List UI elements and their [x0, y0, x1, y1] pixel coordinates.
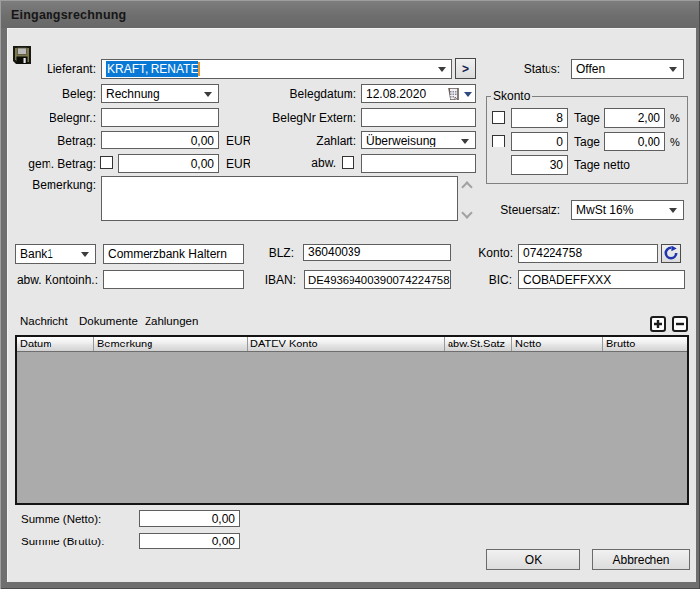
dialog-eingangsrechnung: Eingangsrechnung Lieferant: KRAFT, RENAT… [0, 0, 700, 589]
summe-brutto-label: Summe (Brutto): [21, 533, 130, 549]
gem-betrag-checkbox[interactable] [100, 156, 113, 169]
konto-label: Konto: [465, 244, 513, 263]
column-header-netto[interactable]: Netto [512, 337, 603, 351]
abw-kontoinh-input[interactable] [103, 270, 244, 289]
abw-input[interactable] [361, 154, 476, 173]
remove-row-button[interactable] [672, 316, 688, 332]
summe-netto-input[interactable]: 0,00 [139, 510, 240, 527]
gem-betrag-currency-label: EUR [226, 154, 257, 173]
status-label: Status: [471, 59, 560, 79]
blz-label: BLZ: [248, 244, 294, 263]
zahlart-label: Zahlart: [267, 131, 356, 149]
column-header-brutto[interactable]: Brutto [603, 337, 687, 351]
betrag-label: Betrag: [7, 131, 96, 149]
lieferant-combobox[interactable]: KRAFT, RENATE [101, 59, 452, 79]
bic-input[interactable]: COBADEFFXXX [518, 270, 685, 289]
tab-nachricht[interactable]: Nachricht [20, 315, 68, 327]
bic-label: BIC: [465, 270, 512, 289]
summe-brutto-input[interactable]: 0,00 [139, 533, 240, 549]
konto-input[interactable]: 074224758 [518, 244, 658, 263]
text-caret [198, 62, 200, 76]
belegnr-extern-label: BelegNr Extern: [257, 108, 356, 127]
skonto-group-title: Skonto [491, 89, 532, 103]
belegnr-extern-input[interactable] [361, 108, 476, 127]
beleg-selected-text: Rechnung [106, 87, 160, 101]
iban-label: IBAN: [248, 270, 296, 289]
column-header-bemerkung[interactable]: Bemerkung [94, 337, 248, 351]
lieferant-selected-text: KRAFT, RENATE [106, 61, 198, 77]
table-header-row: Datum Bemerkung DATEV Konto abw.St.Satz … [17, 337, 687, 352]
lieferant-label: Lieferant: [7, 59, 96, 79]
skonto1-checkbox[interactable] [492, 111, 505, 124]
scroll-up-icon[interactable] [463, 181, 472, 190]
bemerkung-label: Bemerkung: [7, 178, 96, 192]
date-dropdown-icon[interactable] [464, 92, 472, 97]
status-combobox[interactable]: Offen [571, 59, 684, 79]
skonto2-prozent-input[interactable]: 0,00 [604, 132, 665, 151]
betrag-currency-label: EUR [226, 131, 257, 149]
window-title: Eingangsrechnung [11, 8, 126, 22]
tab-zahlungen[interactable]: Zahlungen [145, 315, 198, 327]
belegdatum-value: 12.08.2020 [366, 87, 426, 101]
skonto1-prozent-input[interactable]: 2,00 [604, 108, 665, 128]
abw-kontoinh-label: abw. Kontoinh.: [7, 270, 98, 289]
zahlart-selected-text: Überweisung [366, 134, 436, 147]
add-row-button[interactable] [650, 316, 666, 332]
betrag-input[interactable]: 0,00 [101, 131, 219, 149]
bank-selected-text: Bank1 [20, 247, 53, 261]
column-header-abw-st-satz[interactable]: abw.St.Satz [445, 337, 512, 351]
refresh-icon [664, 246, 678, 260]
cancel-button[interactable]: Abbrechen [592, 549, 690, 570]
iban-input[interactable]: DE49369400390074224758 [304, 270, 451, 289]
beleg-combobox[interactable]: Rechnung [101, 84, 219, 103]
tab-dokumente[interactable]: Dokumente [79, 315, 138, 327]
skonto2-prozent-label: % [670, 132, 685, 151]
gem-betrag-label: gem. Betrag: [7, 154, 96, 173]
belegdatum-datepicker[interactable]: 12.08.2020 [361, 84, 476, 103]
skonto-netto-tage-label: Tage netto [574, 155, 653, 175]
chevron-down-icon [669, 67, 677, 72]
calendar-icon[interactable] [448, 88, 459, 100]
bank-name-input[interactable]: Commerzbank Haltern [103, 244, 244, 264]
chevron-down-icon [461, 139, 469, 144]
chevron-down-icon [81, 252, 89, 257]
belegnr-label: Belegnr.: [7, 108, 96, 127]
column-header-datev-konto[interactable]: DATEV Konto [248, 337, 445, 351]
bank-combobox[interactable]: Bank1 [15, 244, 96, 264]
skonto1-prozent-label: % [670, 108, 685, 128]
positions-table: Datum Bemerkung DATEV Konto abw.St.Satz … [15, 335, 689, 505]
status-selected-text: Offen [576, 62, 605, 76]
belegdatum-label: Belegdatum: [267, 84, 356, 103]
minus-icon [675, 319, 685, 329]
abw-label: abw. [277, 153, 336, 172]
bemerkung-textarea[interactable] [101, 176, 458, 221]
column-header-datum[interactable]: Datum [17, 337, 94, 351]
skonto2-checkbox[interactable] [492, 135, 505, 147]
konto-refresh-button[interactable] [661, 244, 681, 263]
title-bar[interactable]: Eingangsrechnung [1, 1, 699, 28]
plus-icon [653, 319, 663, 329]
chevron-down-icon [204, 92, 212, 97]
zahlart-combobox[interactable]: Überweisung [361, 131, 476, 149]
belegnr-input[interactable] [101, 108, 219, 127]
skonto1-tage-input[interactable]: 8 [511, 108, 568, 128]
skonto2-tage-input[interactable]: 0 [511, 132, 568, 151]
table-body[interactable] [17, 352, 687, 504]
chevron-down-icon [438, 67, 446, 72]
gem-betrag-input[interactable]: 0,00 [118, 154, 219, 173]
abw-checkbox[interactable] [342, 156, 354, 169]
skonto-netto-tage-input[interactable]: 30 [511, 155, 568, 175]
ok-button[interactable]: OK [486, 549, 580, 570]
steuersatz-combobox[interactable]: MwSt 16% [571, 200, 684, 220]
beleg-label: Beleg: [7, 84, 96, 103]
steuersatz-selected-text: MwSt 16% [576, 203, 633, 217]
summe-netto-label: Summe (Netto): [21, 510, 130, 527]
steuersatz-label: Steuersatz: [471, 200, 560, 220]
chevron-down-icon [669, 208, 677, 213]
blz-input[interactable]: 36040039 [303, 244, 451, 261]
